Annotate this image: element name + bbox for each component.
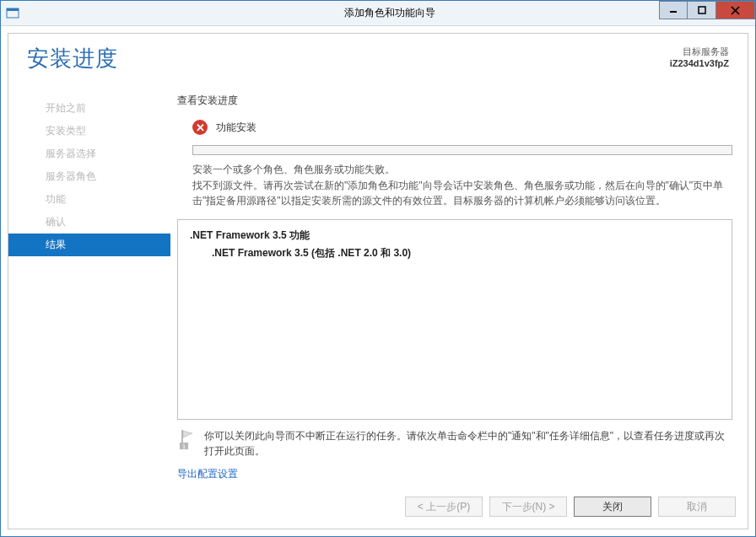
status-text: 功能安装 (216, 121, 256, 135)
step-confirm: 确认 (8, 211, 170, 234)
export-config-link[interactable]: 导出配置设置 (177, 467, 732, 481)
window-controls (659, 1, 755, 19)
next-button: 下一步(N) > (489, 497, 567, 517)
steps-sidebar: 开始之前 安装类型 服务器选择 服务器角色 功能 确认 结果 (8, 80, 170, 486)
step-server-select: 服务器选择 (8, 142, 170, 165)
progress-bar (192, 145, 732, 155)
error-message: 安装一个或多个角色、角色服务或功能失败。 找不到源文件。请再次尝试在新的"添加角… (192, 162, 732, 209)
close-window-button[interactable] (716, 1, 755, 19)
body-row: 开始之前 安装类型 服务器选择 服务器角色 功能 确认 结果 查看安装进度 ✕ … (8, 80, 748, 486)
flag-icon: 1 (177, 428, 196, 454)
maximize-button[interactable] (688, 1, 716, 19)
content-outer: 安装进度 目标服务器 iZ234d1v3fpZ 开始之前 安装类型 服务器选择 … (1, 26, 755, 536)
step-install-type: 安装类型 (8, 120, 170, 142)
step-before-begin: 开始之前 (8, 97, 170, 120)
cancel-button: 取消 (658, 497, 736, 517)
page-title: 安装进度 (27, 44, 670, 73)
svg-text:1: 1 (182, 443, 186, 450)
app-icon (1, 7, 24, 20)
button-row: < 上一步(P) 下一步(N) > 关闭 取消 (8, 486, 748, 529)
results-box: .NET Framework 3.5 功能 .NET Framework 3.5… (177, 219, 732, 420)
prev-button: < 上一步(P) (405, 497, 483, 517)
feature-child: .NET Framework 3.5 (包括 .NET 2.0 和 3.0) (212, 246, 720, 260)
content-frame: 安装进度 目标服务器 iZ234d1v3fpZ 开始之前 安装类型 服务器选择 … (8, 33, 748, 529)
error-message-line1: 安装一个或多个角色、角色服务或功能失败。 (192, 162, 732, 178)
svg-marker-7 (183, 431, 192, 438)
step-results[interactable]: 结果 (8, 234, 170, 256)
target-server-label: 目标服务器 (670, 46, 729, 58)
window-title: 添加角色和功能向导 (24, 6, 755, 20)
note-row: 1 你可以关闭此向导而不中断正在运行的任务。请依次单击命令栏中的"通知"和"任务… (177, 428, 732, 459)
target-server-block: 目标服务器 iZ234d1v3fpZ (670, 44, 729, 68)
svg-rect-3 (699, 7, 705, 13)
target-server-name: iZ234d1v3fpZ (670, 58, 729, 68)
step-features: 功能 (8, 188, 170, 211)
main-pane: 查看安装进度 ✕ 功能安装 安装一个或多个角色、角色服务或功能失败。 找不到源文… (170, 80, 748, 486)
note-text: 你可以关闭此向导而不中断正在运行的任务。请依次单击命令栏中的"通知"和"任务详细… (204, 428, 732, 459)
error-message-line2: 找不到源文件。请再次尝试在新的"添加角色和功能"向导会话中安装角色、角色服务或功… (192, 178, 732, 209)
feature-parent: .NET Framework 3.5 功能 (190, 228, 720, 243)
error-icon: ✕ (192, 120, 208, 135)
svg-rect-1 (7, 8, 19, 11)
wizard-window: 添加角色和功能向导 安装进度 目标服务器 iZ234d1v3fpZ 开始之前 安… (0, 0, 756, 537)
status-row: ✕ 功能安装 (192, 120, 732, 135)
section-label: 查看安装进度 (177, 94, 732, 108)
close-button[interactable]: 关闭 (574, 497, 651, 517)
titlebar: 添加角色和功能向导 (1, 1, 755, 26)
header-row: 安装进度 目标服务器 iZ234d1v3fpZ (8, 34, 748, 80)
step-server-roles: 服务器角色 (8, 165, 170, 188)
minimize-button[interactable] (659, 1, 688, 19)
